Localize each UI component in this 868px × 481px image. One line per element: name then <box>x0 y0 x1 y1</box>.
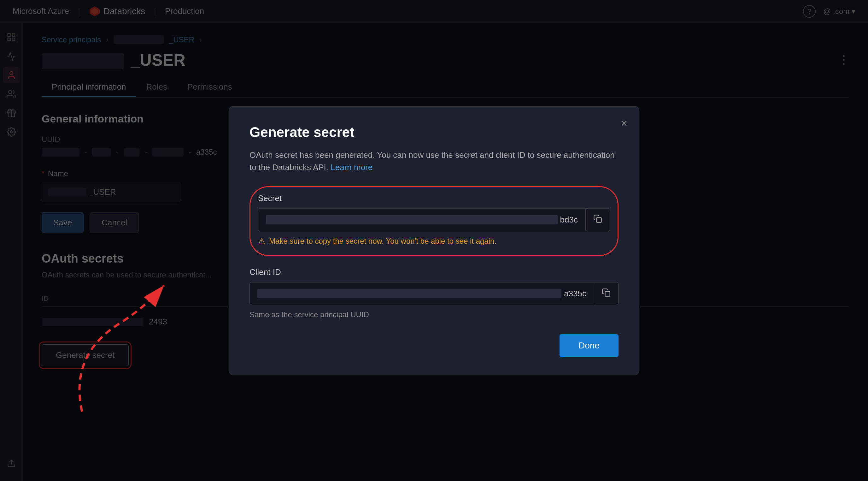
secret-field-wrapper: Secret bd3c ⚠ Make sure to copy the secr… <box>249 186 619 256</box>
secret-redacted <box>266 215 558 224</box>
client-id-section: Client ID a335c Same as the service prin… <box>249 267 619 319</box>
modal-desc-text: OAuth secret has been generated. You can… <box>249 150 615 172</box>
client-id-label: Client ID <box>249 267 619 277</box>
secret-label: Secret <box>258 193 610 203</box>
generate-secret-modal: Generate secret × OAuth secret has been … <box>229 107 639 375</box>
client-id-input: a335c <box>249 282 619 305</box>
modal-close-button[interactable]: × <box>621 117 627 130</box>
modal-description: OAuth secret has been generated. You can… <box>249 149 619 174</box>
svg-rect-12 <box>597 217 601 222</box>
secret-input: bd3c <box>258 208 610 231</box>
modal-footer: Done <box>249 334 619 357</box>
secret-copy-button[interactable] <box>585 209 610 231</box>
warning-icon: ⚠ <box>258 236 265 246</box>
learn-more-link[interactable]: Learn more <box>331 162 372 172</box>
warning-text: ⚠ Make sure to copy the secret now. You … <box>258 236 610 246</box>
done-button[interactable]: Done <box>560 334 619 357</box>
client-id-value-end: a335c <box>564 289 586 299</box>
svg-rect-13 <box>605 291 610 296</box>
client-id-copy-button[interactable] <box>594 283 618 304</box>
modal-overlay: Generate secret × OAuth secret has been … <box>0 0 868 481</box>
client-id-redacted <box>257 289 561 298</box>
secret-value-end: bd3c <box>560 215 578 225</box>
modal-title: Generate secret <box>249 124 619 140</box>
same-as-text: Same as the service principal UUID <box>249 310 619 319</box>
warning-message: Make sure to copy the secret now. You wo… <box>269 237 496 245</box>
